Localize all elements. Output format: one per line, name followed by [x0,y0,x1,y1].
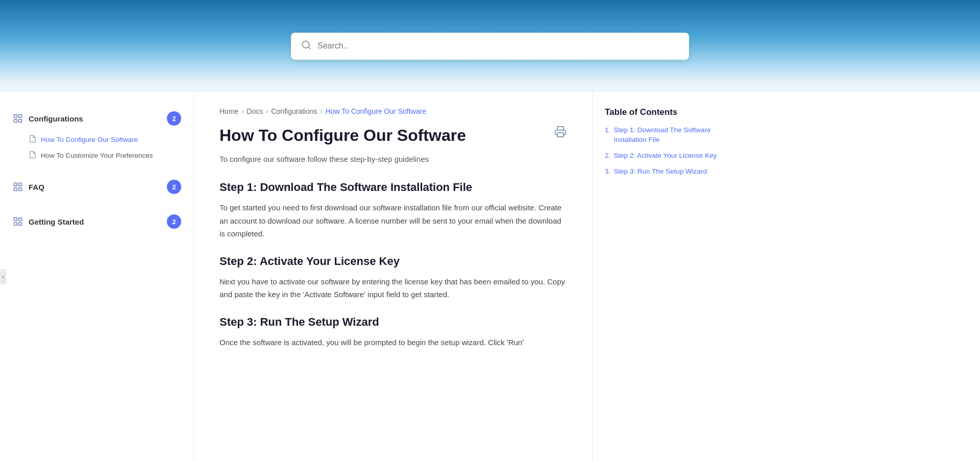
getting-started-label: Getting Started [29,217,84,226]
page-title: How To Configure Our Software [219,126,567,145]
faq-label: FAQ [29,183,44,191]
sidebar-category-getting-started[interactable]: Getting Started 2 [10,210,183,233]
svg-rect-12 [14,223,17,226]
configurations-badge: 2 [167,111,181,126]
faq-icon [12,181,23,192]
header [0,0,980,92]
section-title-step2: Step 2: Activate Your License Key [219,255,567,268]
search-input[interactable] [317,41,679,51]
toc-link-3[interactable]: Step 3: Run The Setup Wizard [614,167,707,177]
toc-item-3: 3. Step 3: Run The Setup Wizard [605,167,723,177]
sidebar-section-getting-started: Getting Started 2 [10,210,183,233]
toc-sidebar: Table of Contents 1. Step 1: Download Th… [592,92,735,461]
sidebar-gs-left: Getting Started [12,216,84,227]
toc-item-1: 1. Step 1: Download The Software Install… [605,126,723,145]
svg-line-1 [308,46,310,48]
section-title-step1: Step 1: Download The Software Installati… [219,181,567,194]
toc-link-1[interactable]: Step 1: Download The Software Installati… [614,126,723,145]
sidebar: ‹ Configurations 2 [0,92,194,461]
svg-rect-9 [19,188,22,191]
print-button[interactable] [554,126,567,140]
svg-rect-2 [14,115,17,118]
sidebar-category-faq[interactable]: FAQ 2 [10,176,183,198]
section-text-step2: Next you have to activate our software b… [219,275,567,301]
sidebar-category-configurations[interactable]: Configurations 2 [10,107,183,130]
content-area: Home › Docs › Configurations › How To Co… [194,92,592,461]
breadcrumb-configurations[interactable]: Configurations [271,107,317,115]
breadcrumb: Home › Docs › Configurations › How To Co… [219,107,567,115]
breadcrumb-sep-2: › [266,108,268,115]
svg-rect-11 [19,218,22,221]
toc-item-2: 2. Step 2: Activate Your License Key [605,151,723,161]
getting-started-badge: 2 [167,214,181,229]
sidebar-toggle-button[interactable]: ‹ [0,269,6,284]
search-bar [291,33,689,60]
sidebar-category-left: Configurations [12,113,83,124]
toc-number-1: 1. [605,126,610,135]
sidebar-section-faq: FAQ 2 [10,176,183,198]
toc-number-2: 2. [605,151,610,161]
sidebar-faq-left: FAQ [12,181,44,192]
svg-rect-6 [14,183,17,186]
svg-rect-4 [14,119,17,123]
svg-rect-3 [19,115,22,118]
breadcrumb-docs[interactable]: Docs [247,107,263,115]
doc-icon-configure [29,135,37,144]
section-title-step3: Step 3: Run The Setup Wizard [219,316,567,329]
breadcrumb-current: How To Configure Our Software [326,107,426,115]
svg-rect-13 [19,223,22,226]
sidebar-item-how-to-customize[interactable]: How To Customize Your Preferences [27,148,183,163]
search-icon [301,40,311,53]
doc-icon-customize [29,151,37,160]
svg-rect-14 [557,133,564,137]
getting-started-icon [12,216,23,227]
sidebar-section-configurations: Configurations 2 How To Configure Our So… [10,107,183,163]
svg-rect-7 [19,183,22,186]
breadcrumb-home[interactable]: Home [219,107,238,115]
configurations-sub-items: How To Configure Our Software How To Cus… [27,132,183,163]
configurations-label: Configurations [29,114,83,123]
svg-rect-10 [14,218,17,221]
section-text-step3: Once the software is activated, you will… [219,336,567,349]
breadcrumb-sep-1: › [241,108,243,115]
configurations-icon [12,113,23,124]
toc-title: Table of Contents [605,107,723,117]
main-layout: ‹ Configurations 2 [0,92,980,461]
toc-link-2[interactable]: Step 2: Activate Your License Key [614,151,717,161]
sidebar-item-how-to-configure[interactable]: How To Configure Our Software [27,132,183,148]
section-text-step1: To get started you need to first downloa… [219,201,567,240]
toc-number-3: 3. [605,167,610,177]
breadcrumb-sep-3: › [321,108,323,115]
svg-rect-5 [19,119,22,123]
page-intro: To configure our software follow these s… [219,153,567,165]
faq-badge: 2 [167,180,181,194]
svg-rect-8 [14,188,17,191]
